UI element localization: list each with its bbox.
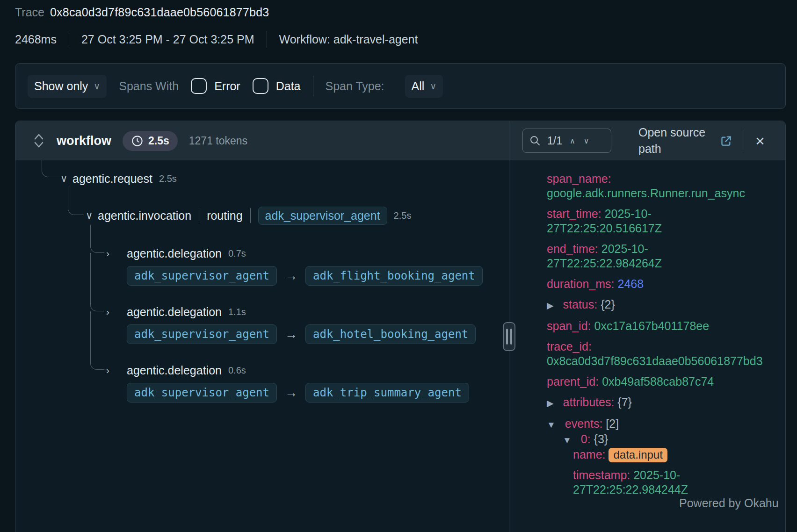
detail-value: {3}	[594, 432, 609, 446]
span-name: agentic.delegation	[127, 364, 222, 377]
triangle-expanded-icon[interactable]: ▼	[563, 435, 572, 445]
detail-row-events: ▼ events: [2]	[547, 417, 754, 432]
detail-row-span-id: span_id: 0xc17a167b401178ee	[547, 319, 754, 333]
detail-row-parent-id: parent_id: 0xb49af588cab87c74	[547, 374, 754, 389]
span-tree: ∨ agentic.request 2.5s ∨ agentic.invocat…	[15, 160, 509, 532]
data-filter: Data	[253, 78, 301, 94]
span-duration: 0.7s	[228, 248, 246, 259]
root-span-name[interactable]: workflow	[57, 134, 111, 148]
trace-header: Trace 0x8ca0d3d7f89c631daae0b56061877bd3	[15, 6, 269, 19]
triangle-collapsed-icon[interactable]: ▶	[547, 398, 554, 408]
span-name: agentic.invocation	[98, 209, 191, 223]
span-tag: routing	[207, 209, 242, 223]
search-next-icon[interactable]: ∨	[583, 137, 590, 145]
tree-connector	[90, 225, 104, 253]
tree-row-agentic-request[interactable]: ∨ agentic.request 2.5s	[60, 170, 177, 187]
detail-key: span_id:	[547, 319, 591, 332]
span-type-label: Span Type:	[326, 79, 384, 93]
panel-resize-handle[interactable]	[503, 322, 515, 351]
tree-row-agentic-delegation[interactable]: › agentic.delegation 0.6s	[106, 361, 246, 379]
show-only-label: Show only	[34, 79, 88, 93]
detail-row-span-name: span_name: google.adk.runners.Runner.run…	[547, 172, 754, 201]
data-label: Data	[276, 79, 301, 93]
span-duration: 1.1s	[228, 307, 246, 317]
detail-key: span_name:	[547, 172, 611, 185]
detail-search-box[interactable]: 1/1 ∧ ∨	[522, 129, 611, 153]
expand-collapse-all-icon[interactable]	[32, 132, 45, 150]
tree-row-agentic-delegation[interactable]: › agentic.delegation 0.7s	[106, 244, 246, 262]
detail-row-trace-id: trace_id: 0x8ca0d3d7f89c631daae0b5606187…	[547, 339, 754, 368]
delegation-agents: adk_supervisor_agent → adk_trip_summary_…	[127, 382, 469, 403]
detail-row-event-timestamp: timestamp: 2025-10-27T22:25:22.984244Z	[547, 468, 754, 497]
span-tree-panel: workflow 2.5s 1271 tokens ∨ agentic	[15, 121, 509, 532]
from-agent-pill[interactable]: adk_supervisor_agent	[127, 266, 277, 286]
detail-key: attributes:	[563, 395, 615, 409]
span-name: agentic.request	[72, 172, 152, 186]
detail-value: 0x8ca0d3d7f89c631daae0b56061877bd3	[547, 354, 763, 367]
trace-time-range: 27 Oct 3:25 PM - 27 Oct 3:25 PM	[81, 33, 254, 46]
root-duration: 2.5s	[148, 135, 169, 147]
trace-workflow: Workflow: adk-travel-agent	[279, 33, 418, 46]
detail-key: status:	[563, 298, 598, 311]
arrow-right-icon: →	[285, 386, 297, 400]
chevron-right-icon[interactable]: ›	[106, 248, 118, 259]
chevron-down-icon[interactable]: ∨	[86, 210, 98, 221]
trace-viewer-card: workflow 2.5s 1271 tokens ∨ agentic	[15, 121, 786, 532]
tree-row-agentic-invocation[interactable]: ∨ agentic.invocation routing adk_supervi…	[86, 207, 411, 224]
detail-header-band: 1/1 ∧ ∨ Open source path ×	[509, 121, 785, 160]
clock-icon	[131, 135, 144, 147]
chevron-down-icon: ∨	[430, 82, 436, 91]
span-name: agentic.delegation	[127, 247, 222, 260]
detail-key: start_time:	[547, 207, 601, 220]
agent-chip[interactable]: adk_supervisor_agent	[258, 207, 387, 225]
open-source-path-link[interactable]: Open source path	[638, 124, 732, 157]
from-agent-pill[interactable]: adk_supervisor_agent	[127, 383, 277, 403]
error-label: Error	[214, 79, 240, 93]
triangle-expanded-icon[interactable]: ▼	[547, 420, 556, 430]
row-divider	[250, 208, 251, 223]
span-duration: 2.5s	[394, 210, 412, 221]
detail-key: trace_id:	[547, 340, 592, 353]
trace-meta-row: 2468ms 27 Oct 3:25 PM - 27 Oct 3:25 PM W…	[15, 31, 418, 48]
error-checkbox[interactable]	[191, 78, 207, 94]
detail-row-end-time: end_time: 2025-10-27T22:25:22.984264Z	[547, 242, 754, 271]
chevron-right-icon[interactable]: ›	[106, 306, 118, 317]
tree-connector	[42, 160, 60, 177]
row-divider	[199, 208, 199, 223]
detail-key: duration_ms:	[547, 277, 615, 290]
external-link-icon	[720, 135, 732, 147]
detail-row-attributes: ▶ attributes: {7}	[547, 395, 754, 410]
detail-row-duration-ms: duration_ms: 2468	[547, 277, 754, 291]
search-icon	[529, 135, 541, 146]
span-type-dropdown[interactable]: All ∨	[405, 75, 443, 98]
data-checkbox[interactable]	[253, 78, 268, 94]
tree-row-agentic-delegation[interactable]: › agentic.delegation 1.1s	[106, 303, 246, 321]
detail-key: 0:	[581, 432, 591, 446]
to-agent-pill[interactable]: adk_hotel_booking_agent	[305, 324, 476, 344]
detail-value: {7}	[617, 395, 632, 409]
spans-with-label: Spans With	[119, 79, 179, 93]
detail-value: 2468	[617, 277, 644, 290]
close-icon[interactable]: ×	[754, 133, 767, 149]
arrow-right-icon: →	[285, 269, 297, 283]
chevron-down-icon[interactable]: ∨	[60, 173, 72, 184]
detail-value: {2}	[601, 298, 615, 311]
detail-key: timestamp:	[573, 468, 630, 482]
detail-row-event-0: ▼ 0: {3}	[547, 432, 754, 447]
meta-divider	[69, 31, 69, 48]
to-agent-pill[interactable]: adk_trip_summary_agent	[305, 383, 469, 403]
show-only-dropdown[interactable]: Show only ∨	[28, 75, 107, 98]
from-agent-pill[interactable]: adk_supervisor_agent	[127, 324, 277, 344]
chevron-right-icon[interactable]: ›	[106, 365, 118, 376]
triangle-collapsed-icon[interactable]: ▶	[547, 301, 554, 310]
band-divider	[743, 129, 743, 152]
to-agent-pill[interactable]: adk_flight_booking_agent	[305, 266, 483, 286]
search-highlight-value: data.input	[609, 448, 667, 462]
detail-key: events:	[565, 417, 603, 430]
search-prev-icon[interactable]: ∧	[569, 137, 576, 145]
detail-row-event-name: name: data.input	[547, 447, 754, 462]
detail-value: [2]	[606, 417, 619, 430]
detail-key: end_time:	[547, 242, 598, 255]
span-type-value: All	[412, 79, 425, 93]
detail-key: parent_id:	[547, 375, 599, 388]
